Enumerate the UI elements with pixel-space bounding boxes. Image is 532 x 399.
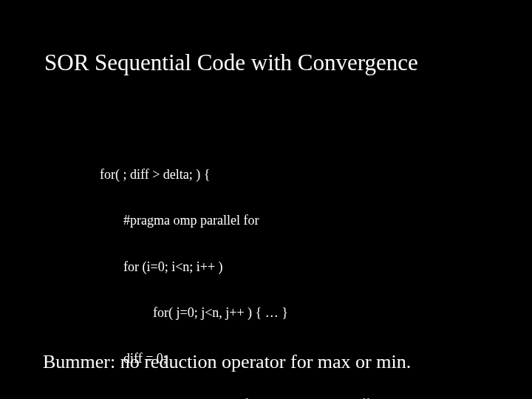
code-line: for( ; diff > delta; ) {: [100, 167, 399, 183]
slide-title: SOR Sequential Code with Convergence: [44, 50, 510, 75]
code-line: #pragma omp parallel for: [100, 213, 399, 228]
code-line: for( j=0; j<n, j++ ) { … }: [100, 305, 399, 321]
footer-note: Bummer: no reduction operator for max or…: [43, 351, 502, 373]
code-line: for (i=0; i<n; i++ ): [100, 259, 399, 275]
slide: SOR Sequential Code with Convergence for…: [0, 0, 532, 399]
